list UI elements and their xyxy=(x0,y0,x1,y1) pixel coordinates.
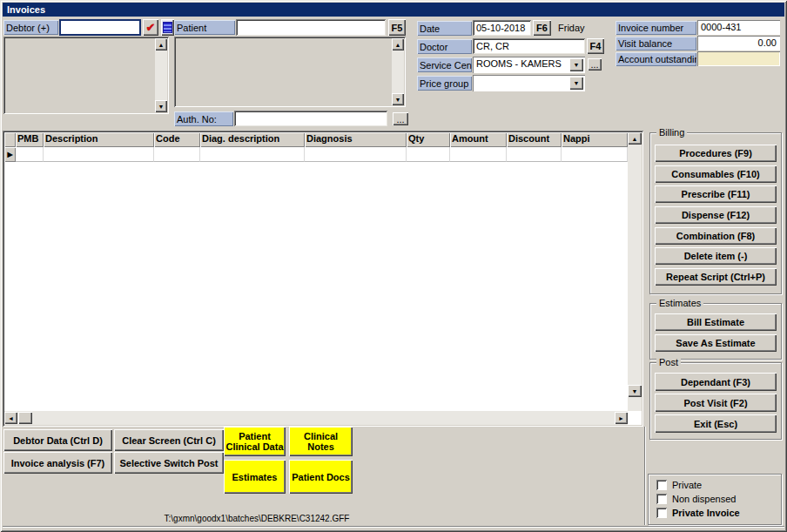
service-centre-dropdown[interactable]: ROOMS - KAMERS ▼ xyxy=(473,57,585,73)
grid-header-diag-description: Diag. description xyxy=(200,132,305,147)
patient-docs-button[interactable]: Patient Docs xyxy=(289,460,353,494)
scroll-down-icon[interactable]: ▼ xyxy=(628,385,642,397)
grid-header-pmb: PMB xyxy=(16,132,44,147)
doctor-f4-button[interactable]: F4 xyxy=(587,38,604,54)
patient-memo-scrollbar[interactable]: ▲ ▼ xyxy=(392,38,404,105)
grid-header-amount: Amount xyxy=(450,132,507,147)
private-checkbox-label: Private xyxy=(672,480,702,490)
grid-header-selector xyxy=(4,132,16,147)
consumables-button[interactable]: Consumables (F10) xyxy=(655,165,777,183)
patient-clinical-data-button[interactable]: Patient Clinical Data xyxy=(224,427,286,456)
invoice-analysis-button[interactable]: Invoice analysis (F7) xyxy=(3,452,112,474)
non-dispensed-checkbox-row[interactable]: Non dispensed xyxy=(656,494,736,504)
list-icon xyxy=(163,22,172,33)
invoices-window: Invoices Debtor (+) ✔ Patient F5 ▲ ▼ ▲ ▼… xyxy=(0,0,787,532)
dependant-button[interactable]: Dependant (F3) xyxy=(655,373,777,391)
date-f6-button[interactable]: F6 xyxy=(533,20,551,36)
dispense-button[interactable]: Dispense (F12) xyxy=(655,206,777,224)
estimates-group-title: Estimates xyxy=(656,298,703,308)
delete-item-button[interactable]: Delete item (-) xyxy=(655,247,777,265)
visit-balance-value: 0.00 xyxy=(697,36,780,51)
scroll-up-icon[interactable]: ▲ xyxy=(155,38,167,51)
weekday-text: Friday xyxy=(558,23,585,33)
account-outstanding-value xyxy=(697,51,780,66)
chevron-down-icon[interactable]: ▼ xyxy=(569,77,583,90)
debtor-label: Debtor (+) xyxy=(3,20,58,35)
price-group-dropdown[interactable]: ▼ xyxy=(473,75,585,91)
scroll-down-icon[interactable]: ▼ xyxy=(155,100,167,112)
selective-switch-post-button[interactable]: Selective Switch Post xyxy=(114,452,224,474)
grid-cell[interactable] xyxy=(450,147,507,162)
grid-cell[interactable] xyxy=(507,147,562,162)
grid-header-and-row: PMB Description Code Diag. description D… xyxy=(4,132,628,162)
debtor-input[interactable] xyxy=(59,19,141,36)
private-invoice-checkbox[interactable] xyxy=(656,508,667,518)
panel-divider xyxy=(644,427,646,525)
check-icon: ✔ xyxy=(146,21,156,34)
grid-cell[interactable] xyxy=(407,147,450,162)
patient-f5-button[interactable]: F5 xyxy=(388,19,406,36)
private-checkbox-row[interactable]: Private xyxy=(656,480,702,490)
scrollbar-thumb[interactable] xyxy=(18,412,32,424)
procedures-button[interactable]: Procedures (F9) xyxy=(655,145,777,162)
date-input[interactable] xyxy=(473,20,531,36)
private-invoice-checkbox-label: Private Invoice xyxy=(672,508,740,518)
post-group-title: Post xyxy=(656,357,681,367)
debtor-memo-scrollbar[interactable]: ▲ ▼ xyxy=(155,38,167,112)
row-marker-icon: ▶ xyxy=(7,151,12,158)
private-checkbox[interactable] xyxy=(656,480,667,490)
window-title-bar: Invoices xyxy=(3,3,784,17)
grid-header-diagnosis: Diagnosis xyxy=(305,132,407,147)
post-visit-button[interactable]: Post Visit (F2) xyxy=(655,394,777,412)
scroll-up-icon[interactable]: ▲ xyxy=(628,132,642,145)
grid-cell[interactable] xyxy=(16,147,44,162)
grid-header-discount: Discount xyxy=(507,132,562,147)
combination-button[interactable]: Combination (F8) xyxy=(655,227,777,245)
invoice-number-label: Invoice number xyxy=(615,21,696,35)
non-dispensed-checkbox[interactable] xyxy=(656,494,667,504)
grid-vertical-scrollbar[interactable]: ▲ ▼ xyxy=(628,132,642,411)
debtor-list-button[interactable] xyxy=(161,19,174,36)
visit-balance-label: Visit balance xyxy=(615,37,696,51)
scroll-right-icon[interactable]: ► xyxy=(615,412,628,424)
debtor-check-button[interactable]: ✔ xyxy=(143,19,158,36)
grid-header-code: Code xyxy=(154,132,200,147)
scroll-down-icon[interactable]: ▼ xyxy=(392,93,404,105)
private-invoice-checkbox-row[interactable]: Private Invoice xyxy=(656,508,740,518)
auth-no-input[interactable] xyxy=(234,111,387,126)
non-dispensed-checkbox-label: Non dispensed xyxy=(672,494,736,504)
grid-cell[interactable] xyxy=(44,147,154,162)
invoice-number-value: 0000-431 xyxy=(697,20,780,35)
patient-info-memo[interactable]: ▲ ▼ xyxy=(174,37,406,107)
grid-row-selector[interactable]: ▶ xyxy=(4,147,16,162)
bill-estimate-button[interactable]: Bill Estimate xyxy=(655,313,777,331)
auth-no-label: Auth. No: xyxy=(174,111,233,126)
grid-cell[interactable] xyxy=(200,147,305,162)
patient-input[interactable] xyxy=(236,19,386,36)
clinical-notes-button[interactable]: Clinical Notes xyxy=(289,427,353,456)
service-centre-label: Service Centre xyxy=(417,57,472,72)
grid-cell[interactable] xyxy=(562,147,628,162)
auth-browse-button[interactable]: ... xyxy=(393,112,408,125)
estimates-quick-button[interactable]: Estimates xyxy=(224,460,286,494)
grid-horizontal-scrollbar[interactable]: ◄ ► xyxy=(4,411,628,425)
grid-cell[interactable] xyxy=(154,147,200,162)
chevron-down-icon[interactable]: ▼ xyxy=(569,58,583,71)
prescribe-button[interactable]: Prescribe (F11) xyxy=(655,185,777,203)
clear-screen-button[interactable]: Clear Screen (Ctrl C) xyxy=(114,429,224,451)
scroll-up-icon[interactable]: ▲ xyxy=(392,38,404,51)
exit-button[interactable]: Exit (Esc) xyxy=(655,414,777,433)
grid-cell[interactable] xyxy=(305,147,407,162)
debtor-info-memo[interactable]: ▲ ▼ xyxy=(3,37,169,114)
patient-label: Patient xyxy=(174,20,235,35)
scroll-left-icon[interactable]: ◄ xyxy=(4,412,17,424)
repeat-script-button[interactable]: Repeat Script (Ctrl+P) xyxy=(655,268,777,286)
debtor-data-button[interactable]: Debtor Data (Ctrl D) xyxy=(3,429,112,451)
date-label: Date xyxy=(417,21,472,36)
service-centre-browse-button[interactable]: ... xyxy=(588,58,602,71)
save-as-estimate-button[interactable]: Save As Estimate xyxy=(655,334,777,352)
grid-header-qty: Qty xyxy=(407,132,450,147)
doctor-input[interactable] xyxy=(473,38,585,54)
window-title: Invoices xyxy=(7,4,45,15)
invoice-grid[interactable]: PMB Description Code Diag. description D… xyxy=(3,131,643,427)
